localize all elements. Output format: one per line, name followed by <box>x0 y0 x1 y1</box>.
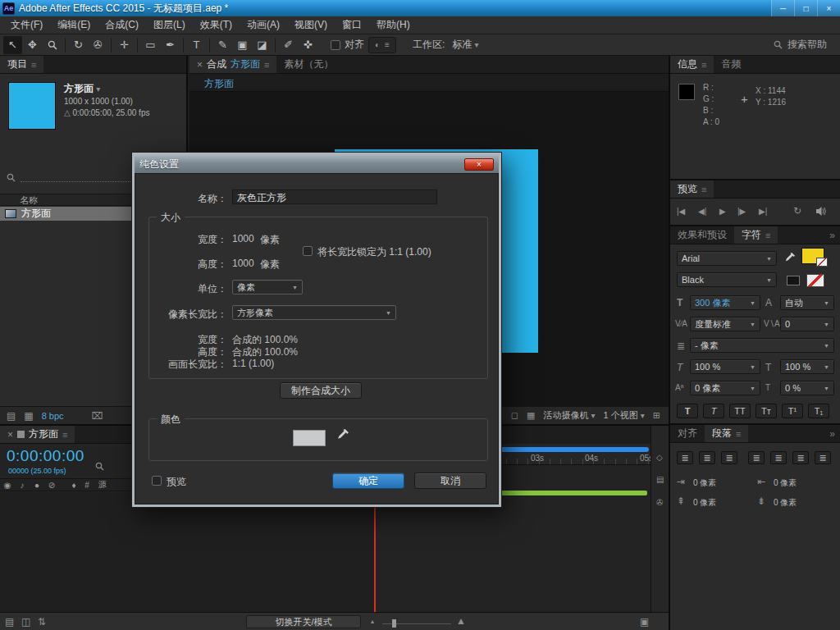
toggle-switches-modes-button[interactable]: 切换开关/模式 <box>246 615 361 628</box>
number-column[interactable]: # <box>80 481 94 490</box>
collapse-panel-icon[interactable]: » <box>824 226 840 244</box>
justify-all-button[interactable]: ≣ <box>815 451 831 464</box>
tab-paragraph[interactable]: 段落≡ <box>705 425 748 442</box>
leading-select[interactable]: 自动▼ <box>780 295 834 310</box>
panel-menu-icon[interactable]: ≡ <box>736 429 741 439</box>
make-comp-size-button[interactable]: 制作合成大小 <box>280 382 362 399</box>
region-of-interest-icon[interactable]: ⊞ <box>653 410 660 421</box>
kerning-select[interactable]: 度量标准▼ <box>690 317 760 331</box>
graph-editor-icon[interactable]: ▤ <box>656 475 664 484</box>
space-after-value[interactable]: 0 像素 <box>774 497 797 509</box>
all-caps-button[interactable]: TT <box>729 404 751 418</box>
tab-composition[interactable]: × 合成 方形面 ≡ <box>189 56 276 73</box>
menu-composition[interactable]: 合成(C) <box>98 18 146 32</box>
menu-edit[interactable]: 编辑(E) <box>50 18 98 32</box>
pen-tool[interactable]: ✒ <box>161 36 180 54</box>
tab-project[interactable]: 项目≡ <box>0 56 43 73</box>
eraser-tool[interactable]: ◪ <box>253 36 272 54</box>
lock-aspect-checkbox[interactable] <box>303 246 313 256</box>
puppet-pin-tool[interactable]: ✜ <box>299 36 317 54</box>
panel-menu-icon[interactable]: ≡ <box>765 231 770 240</box>
indent-left-value[interactable]: 0 像素 <box>693 477 716 489</box>
font-size-select[interactable]: 300 像素▼ <box>690 295 760 310</box>
search-help[interactable]: 搜索帮助 <box>774 38 837 52</box>
camera-select[interactable]: 活动摄像机 ▾ <box>543 409 595 422</box>
project-search[interactable] <box>7 172 144 182</box>
mute-audio-button[interactable] <box>816 207 826 218</box>
collapse-panel-icon[interactable]: » <box>824 425 840 442</box>
tab-effects-presets[interactable]: 效果和预设 <box>670 226 734 244</box>
tab-character[interactable]: 字符≡ <box>734 226 778 244</box>
comp-mini-flowchart-icon[interactable]: ▣ <box>640 616 649 628</box>
font-family-select[interactable]: Arial▼ <box>677 251 777 266</box>
stroke-swatch-none[interactable] <box>816 258 828 267</box>
swap-fill-stroke-icon[interactable] <box>787 276 800 285</box>
transform-icon[interactable]: ⇅ <box>38 616 46 628</box>
interpret-footage-icon[interactable]: ▤ <box>7 410 16 422</box>
panel-menu-icon[interactable]: ≡ <box>701 185 706 194</box>
superscript-button[interactable]: T¹ <box>782 404 803 418</box>
line-options-select[interactable]: - 像素▼ <box>690 338 834 353</box>
units-select[interactable]: 像素▼ <box>232 280 303 294</box>
close-button[interactable]: × <box>817 0 840 16</box>
mask-icon[interactable]: ▦ <box>527 410 535 421</box>
maximize-button[interactable]: □ <box>794 0 817 16</box>
audio-switch-icon[interactable]: ♪ <box>15 481 30 490</box>
loop-button[interactable]: ↻ <box>793 205 801 217</box>
tsume-select[interactable]: 0 %▼ <box>780 381 834 395</box>
space-before-value[interactable]: 0 像素 <box>693 497 716 509</box>
font-style-select[interactable]: Black▼ <box>677 272 777 287</box>
zoom-in-icon[interactable]: ▲ <box>456 615 466 627</box>
solid-color-swatch[interactable] <box>293 430 326 446</box>
panel-menu-icon[interactable]: ≡ <box>701 60 706 70</box>
dialog-close-button[interactable]: × <box>464 158 494 171</box>
subscript-button[interactable]: T₁ <box>808 404 829 418</box>
eyedropper-icon[interactable] <box>785 252 796 265</box>
hand-tool[interactable]: ✥ <box>23 36 42 54</box>
snap-checkbox[interactable] <box>331 40 340 50</box>
vertical-scale-select[interactable]: 100 %▼ <box>690 359 760 374</box>
tab-preview[interactable]: 预览≡ <box>670 180 714 198</box>
menu-file[interactable]: 文件(F) <box>3 18 50 32</box>
clone-stamp-tool[interactable]: ▣ <box>233 36 252 54</box>
viewer-tab[interactable]: 方形面 <box>204 77 234 91</box>
solo-switch-icon[interactable]: ● <box>30 481 44 490</box>
justify-last-center-button[interactable]: ≣ <box>770 451 787 464</box>
close-icon[interactable]: × <box>197 59 203 71</box>
workspace-select[interactable]: 标准 ▾ <box>452 38 478 52</box>
name-input[interactable]: 灰色正方形 <box>232 189 437 204</box>
panel-menu-icon[interactable]: ≡ <box>62 430 67 440</box>
camera-tool[interactable]: ✇ <box>89 36 107 54</box>
views-select[interactable]: 1 个视图 ▾ <box>604 409 645 422</box>
brush-tool[interactable]: ✎ <box>213 36 232 54</box>
toolbar-extra-buttons[interactable]: ◐≡ <box>368 37 396 53</box>
label-column-icon[interactable]: ♦ <box>67 481 80 490</box>
marker-icon[interactable]: ◇ <box>656 453 663 462</box>
menu-animation[interactable]: 动画(A) <box>240 18 287 32</box>
faux-italic-button[interactable]: T <box>703 404 724 418</box>
indent-right-value[interactable]: 0 像素 <box>774 477 797 489</box>
justify-last-right-button[interactable]: ≣ <box>792 451 809 464</box>
camera-icon[interactable]: ✇ <box>656 498 663 507</box>
pixel-aspect-select[interactable]: 方形像素▼ <box>232 305 396 320</box>
justify-last-left-button[interactable]: ≣ <box>748 451 765 464</box>
selection-tool[interactable]: ↖ <box>3 36 22 54</box>
grid-icon[interactable]: ◻ <box>511 410 518 421</box>
comp-thumbnail[interactable] <box>8 82 56 130</box>
first-frame-button[interactable]: |◀ <box>677 207 685 216</box>
source-name-column[interactable]: 源 <box>94 479 107 491</box>
last-frame-button[interactable]: ▶| <box>759 207 767 216</box>
tab-info[interactable]: 信息≡ <box>670 56 714 73</box>
current-timecode[interactable]: 0:00:00:00 <box>7 447 84 465</box>
timeline-search[interactable] <box>95 462 104 473</box>
tab-align[interactable]: 对齐 <box>670 425 705 442</box>
lock-switch-icon[interactable]: ⊘ <box>44 481 59 490</box>
title-bar[interactable]: Ae Adobe After Effects CC 2015 - 无标题项目.a… <box>0 0 840 16</box>
shape-tool[interactable]: ▭ <box>141 36 160 54</box>
menu-window[interactable]: 窗口 <box>335 18 369 32</box>
fill-color-swatch[interactable] <box>801 248 836 269</box>
zoom-slider-handle[interactable] <box>392 619 396 628</box>
roto-brush-tool[interactable]: ✐ <box>279 36 298 54</box>
play-button[interactable]: ▶ <box>719 207 726 216</box>
eyedropper-icon[interactable] <box>337 428 349 443</box>
